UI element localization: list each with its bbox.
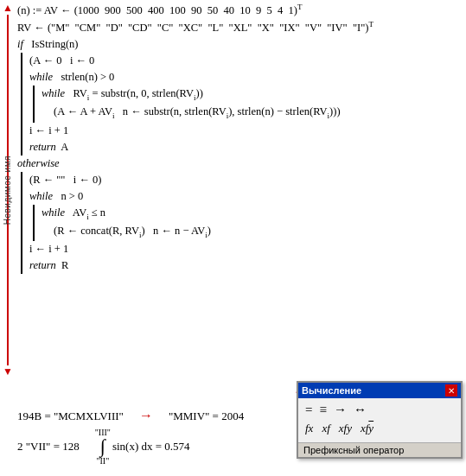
func-xfy-bar[interactable]: xfy <box>361 422 373 435</box>
while1-vline <box>33 86 35 122</box>
while-block-2: while AVi ≤ n (R ← concat(R, RVi) n ← n … <box>29 205 464 241</box>
while-block-1: while RVi = substr(n, 0, strlen(RVi)) (A… <box>29 86 464 122</box>
code-text: return A <box>29 141 68 153</box>
popup-window[interactable]: Вычисление ✕ = ≡ → ↔ fx xf xfy xfy Префи… <box>297 381 463 459</box>
code-text: RV ← ("M" "CM" "D" "CD" "C" "XC" "L" "XL… <box>17 22 373 34</box>
code-line-10: otherwise <box>17 155 464 172</box>
while2-vline <box>33 205 35 241</box>
code-text: while n > 0 <box>29 190 83 202</box>
code-text: otherwise <box>17 157 60 169</box>
code-text: return R <box>29 259 68 271</box>
code-text: i ← i + 1 <box>29 243 68 255</box>
expr3: 2 "VII" = 128 <box>17 440 80 454</box>
popup-footer: Префиксный оператор <box>298 442 461 457</box>
code-text: (n) := AV ← (1000 900 500 400 100 90 50 … <box>17 4 302 16</box>
code-line-7: (A ← A + AVi n ← substr(n, strlen(RVi), … <box>41 104 464 122</box>
code-text: while strlen(n) > 0 <box>29 71 114 83</box>
otherwise-block: (R ← "" i ← 0) while n > 0 while AVi ≤ n… <box>17 172 464 274</box>
side-label-text: Невидимое имя <box>3 155 12 225</box>
code-line-11: (R ← "" i ← 0) <box>29 172 464 188</box>
op-arrow[interactable]: → <box>334 403 347 417</box>
op-leftrightarrow[interactable]: ↔ <box>354 403 367 417</box>
code-line-6: while RVi = substr(n, 0, strlen(RVi)) <box>41 86 464 104</box>
op-eq[interactable]: = <box>305 403 312 417</box>
code-line-4: (A ← 0 i ← 0 <box>29 53 464 69</box>
integral-symbol: "III" ∫ "II" <box>95 428 111 466</box>
op-equiv[interactable]: ≡ <box>319 403 326 417</box>
code-line-2: RV ← ("M" "CM" "D" "CD" "C" "XC" "L" "XL… <box>17 19 464 36</box>
code-text: i ← i + 1 <box>29 124 68 136</box>
code-line-8: i ← i + 1 <box>29 123 464 139</box>
code-text: (R ← concat(R, RVi) n ← n − AVi) <box>54 225 211 237</box>
integral-sign: ∫ <box>100 437 105 456</box>
code-text: while RVi = substr(n, 0, strlen(RVi)) <box>41 87 203 99</box>
popup-footer-text: Префиксный оператор <box>303 445 404 455</box>
code-area: (n) := AV ← (1000 900 500 400 100 90 50 … <box>17 2 464 274</box>
bottom-row-1: 194B = "MCMXLVIII" → "MMIV" = 2004 <box>17 408 293 423</box>
main-container: ▲ ▼ Невидимое имя (n) := AV ← (1000 900 … <box>0 0 466 476</box>
func-fx[interactable]: fx <box>305 422 313 435</box>
code-line-12: while n > 0 <box>29 188 464 205</box>
red-arrow-right: → <box>139 408 153 423</box>
otherwise-vline <box>21 172 22 274</box>
code-line-16: return R <box>29 257 464 274</box>
code-line-13: while AVi ≤ n <box>41 205 464 223</box>
code-text: (A ← A + AVi n ← substr(n, strlen(RVi), … <box>54 105 341 117</box>
func-xf[interactable]: xf <box>322 422 329 435</box>
code-line-14: (R ← concat(R, RVi) n ← n − AVi) <box>41 223 464 241</box>
code-line-3: if IsString(n) <box>17 36 464 53</box>
popup-close-button[interactable]: ✕ <box>445 384 457 397</box>
code-text: (A ← 0 i ← 0 <box>29 54 94 67</box>
code-line-9: return A <box>29 139 464 155</box>
integral-expr: "III" ∫ "II" sin(x) dx = 0.574 <box>95 428 190 466</box>
code-text: while AVi ≤ n <box>41 206 105 219</box>
popup-func-row: fx xf xfy xfy <box>305 422 454 435</box>
if-block: (A ← 0 i ← 0 while strlen(n) > 0 while R… <box>17 53 464 155</box>
popup-body: = ≡ → ↔ fx xf xfy xfy <box>298 398 461 442</box>
popup-title: Вычисление <box>302 385 361 396</box>
code-line-1: (n) := AV ← (1000 900 500 400 100 90 50 … <box>17 2 464 19</box>
integral-body: sin(x) dx = 0.574 <box>112 440 190 454</box>
code-text: if IsString(n) <box>17 38 79 50</box>
if-vline <box>21 53 22 155</box>
expr2: "MMIV" = 2004 <box>169 409 244 423</box>
func-xfy[interactable]: xfy <box>339 422 352 435</box>
integral-lower: "II" <box>96 456 109 466</box>
expr1: 194B = "MCMXLVIII" <box>17 409 124 423</box>
side-label: Невидимое имя <box>0 0 14 380</box>
popup-titlebar: Вычисление ✕ <box>298 383 461 398</box>
code-text: (R ← "" i ← 0) <box>29 174 101 186</box>
popup-operators-row: = ≡ → ↔ <box>305 403 454 417</box>
code-line-15: i ← i + 1 <box>29 241 464 257</box>
code-line-5: while strlen(n) > 0 <box>29 69 464 86</box>
bottom-expressions: 194B = "MCMXLVIII" → "MMIV" = 2004 2 "VI… <box>17 408 293 466</box>
bottom-row-2: 2 "VII" = 128 "III" ∫ "II" sin(x) dx = 0… <box>17 428 293 466</box>
